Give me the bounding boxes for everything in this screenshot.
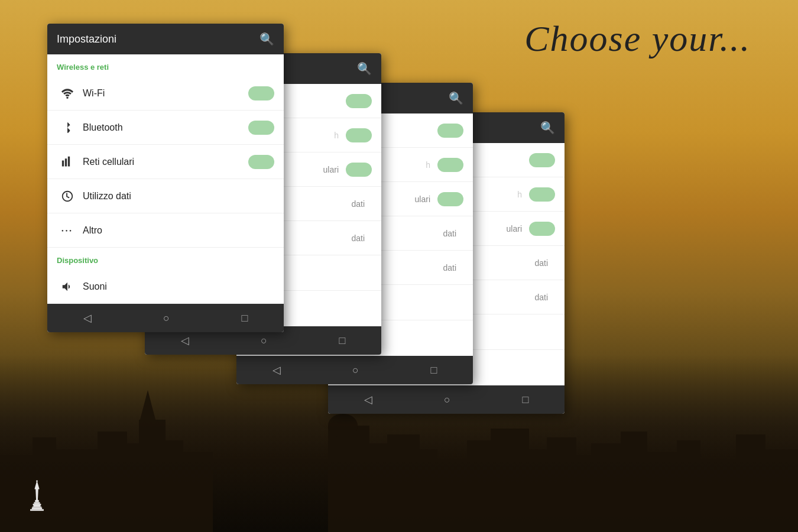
svg-rect-17 (573, 455, 594, 532)
svg-rect-34 (33, 507, 42, 508)
svg-marker-29 (34, 481, 39, 501)
toggle-blue-2[interactable] (437, 158, 463, 172)
wifi-icon (57, 88, 78, 99)
svg-rect-27 (141, 417, 155, 426)
svg-rect-16 (547, 437, 576, 532)
back-nav-green[interactable]: ◁ (83, 312, 92, 325)
toggle-pink-3[interactable] (346, 163, 372, 177)
svg-marker-26 (140, 390, 155, 420)
svg-rect-3 (98, 432, 127, 532)
recents-nav[interactable]: □ (339, 335, 345, 347)
svg-rect-12 (434, 461, 470, 532)
svg-rect-6 (163, 440, 183, 532)
svg-rect-2 (53, 449, 100, 532)
list-item-bluetooth[interactable]: Bluetooth (47, 111, 284, 145)
toggle-orange-2[interactable] (529, 187, 555, 202)
search-icon-blue[interactable]: 🔍 (449, 91, 463, 105)
recents-nav[interactable]: □ (522, 394, 528, 406)
bluetooth-icon (57, 121, 78, 134)
svg-rect-15 (526, 449, 550, 532)
svg-rect-31 (34, 502, 40, 504)
phone-green-header: Impostazioni 🔍 (47, 24, 284, 54)
svg-rect-22 (698, 461, 739, 532)
back-nav[interactable]: ◁ (181, 334, 189, 347)
home-nav[interactable]: ○ (261, 335, 267, 347)
wifi-label: Wi-Fi (78, 88, 248, 99)
svg-rect-13 (467, 440, 494, 532)
list-item-wifi[interactable]: Wi-Fi (47, 76, 284, 111)
home-nav-green[interactable]: ○ (163, 312, 170, 325)
svg-rect-23 (736, 434, 765, 532)
data-usage-icon (57, 190, 78, 203)
svg-point-28 (66, 96, 68, 98)
sounds-label: Suoni (78, 281, 274, 292)
toggle-orange-3[interactable] (529, 222, 555, 236)
toggle-blue-3[interactable] (437, 192, 463, 206)
toggle-blue-1[interactable] (437, 124, 463, 138)
toggle-orange-1[interactable] (529, 153, 555, 167)
home-nav[interactable]: ○ (352, 364, 359, 377)
list-item-data-usage[interactable]: Utilizzo dati (47, 179, 284, 213)
more-label: Altro (78, 225, 274, 236)
sound-icon (57, 280, 78, 293)
svg-rect-21 (677, 440, 700, 532)
svg-rect-36 (30, 509, 44, 511)
bluetooth-label: Bluetooth (78, 122, 248, 133)
svg-rect-14 (491, 429, 529, 532)
svg-rect-10 (387, 434, 420, 532)
back-nav[interactable]: ◁ (273, 364, 281, 377)
svg-rect-24 (763, 449, 798, 532)
phone-green-content: Wireless e reti Wi-Fi (47, 54, 284, 304)
more-icon: ●●● (57, 229, 78, 232)
search-icon-green[interactable]: 🔍 (259, 32, 274, 46)
toggle-pink-1[interactable] (346, 94, 372, 108)
wifi-toggle[interactable] (248, 86, 274, 100)
phone-orange-footer: ◁ ○ □ (328, 385, 565, 414)
tower-icon (24, 479, 50, 514)
svg-rect-9 (366, 443, 390, 532)
app-title: Impostazioni (57, 33, 116, 46)
search-icon-pink[interactable]: 🔍 (357, 61, 372, 76)
cellular-label: Reti cellulari (78, 157, 248, 167)
back-nav[interactable]: ◁ (364, 393, 372, 406)
phone-green: Impostazioni 🔍 Wireless e reti Wi-Fi (47, 24, 284, 332)
phone-green-footer: ◁ ○ □ (47, 304, 284, 332)
cellular-toggle[interactable] (248, 155, 274, 169)
cellular-icon (57, 156, 78, 168)
list-item-more[interactable]: ●●● Altro (47, 213, 284, 248)
bluetooth-toggle[interactable] (248, 121, 274, 135)
list-item-sounds[interactable]: Suoni (47, 270, 284, 304)
toggle-pink-2[interactable] (346, 128, 372, 142)
svg-rect-32 (33, 504, 41, 505)
section-device-label: Dispositivo (47, 248, 284, 270)
svg-rect-19 (621, 432, 647, 532)
phone-blue-footer: ◁ ○ □ (236, 356, 473, 384)
svg-rect-33 (34, 505, 41, 507)
svg-rect-30 (35, 500, 38, 502)
svg-rect-5 (139, 420, 166, 532)
svg-rect-11 (417, 449, 437, 532)
headline-text: Choose your... (524, 18, 751, 60)
list-item-cellular[interactable]: Reti cellulari (47, 145, 284, 179)
svg-rect-8 (328, 426, 369, 532)
svg-rect-35 (32, 508, 42, 510)
recents-nav-green[interactable]: □ (241, 312, 248, 325)
svg-point-37 (36, 480, 38, 482)
data-usage-label: Utilizzo dati (78, 191, 274, 202)
recents-nav[interactable]: □ (430, 364, 437, 377)
home-nav[interactable]: ○ (444, 394, 450, 406)
svg-rect-18 (591, 443, 624, 532)
svg-point-25 (328, 414, 358, 437)
section-wireless-label: Wireless e reti (47, 54, 284, 76)
svg-rect-7 (180, 452, 213, 532)
svg-rect-20 (644, 452, 680, 532)
search-icon-orange[interactable]: 🔍 (540, 121, 555, 135)
